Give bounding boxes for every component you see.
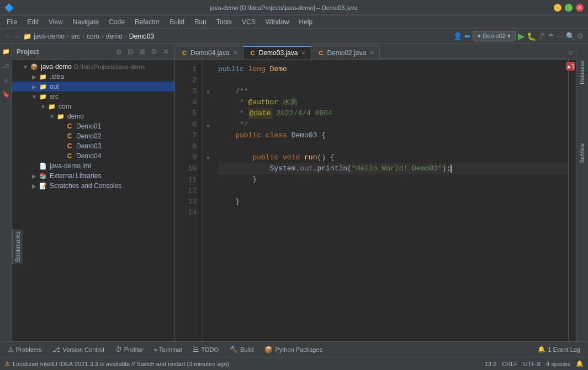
menu-navigate[interactable]: Navigate <box>68 17 103 27</box>
tree-com-folder[interactable]: ▼ 📁 com <box>12 101 174 111</box>
line-ending[interactable]: CRLF <box>502 361 518 367</box>
menu-help[interactable]: Help <box>294 17 317 27</box>
fold-icon-6[interactable]: ▲ <box>205 122 211 128</box>
structure-icon[interactable]: ≡ <box>1 75 11 85</box>
status-bar: ⚠ Localized IntelliJ IDEA 2021.3.3 is av… <box>0 357 588 370</box>
menu-file[interactable]: File <box>2 17 22 27</box>
nav-forward-icon[interactable]: → <box>14 32 21 40</box>
event-log-label: 1 Event Log <box>548 346 580 353</box>
project-settings-icon[interactable]: ⚙ <box>150 47 158 56</box>
sciview-label[interactable]: SciView <box>579 143 585 163</box>
menu-code[interactable]: Code <box>104 17 129 27</box>
breadcrumb: java-demo › src › com › demo › Demo03 <box>34 33 154 40</box>
indent-info[interactable]: 4 spaces <box>546 361 570 367</box>
more-run-options[interactable]: ⋯ <box>557 32 564 40</box>
tab-demo03-label: Demo03.java <box>259 49 298 57</box>
tree-scratches[interactable]: ▶ 📝 Scratches and Consoles <box>12 181 174 191</box>
tree-out-folder[interactable]: ▶ 📁 out <box>12 82 174 92</box>
menu-build[interactable]: Build <box>165 17 189 27</box>
tab-demo04-label: Demo04.java <box>190 49 230 57</box>
debug-button[interactable]: 🐛 <box>527 32 536 41</box>
coverage-button[interactable]: ☂ <box>548 32 554 40</box>
search-everywhere-button[interactable]: 🔍 <box>566 32 575 40</box>
run-button[interactable]: ▶ <box>518 31 525 41</box>
event-log-icon: 🔔 <box>538 346 545 353</box>
database-label[interactable]: Database <box>579 61 585 84</box>
code-line-2 <box>218 75 568 86</box>
editor-content[interactable]: 1 2 3 4 5 6 7 8 9 10 11 12 13 14 ▼ <box>175 60 576 341</box>
add-to-project-icon[interactable]: ⊕ <box>115 47 123 56</box>
tab-demo04-close[interactable]: ✕ <box>233 50 237 56</box>
tab-demo03[interactable]: C Demo03.java ✕ <box>243 46 312 59</box>
menu-view[interactable]: View <box>44 17 67 27</box>
menu-refactor[interactable]: Refactor <box>130 17 164 27</box>
profile-run-button[interactable]: ⏱ <box>538 32 545 40</box>
terminal-tool[interactable]: ▪ Terminal <box>150 344 187 355</box>
close-button[interactable]: ✕ <box>576 4 584 12</box>
todo-tool[interactable]: ☰ TODO <box>188 344 223 355</box>
code-editor[interactable]: public long Demo /** * @author 水滴 * @dat… <box>214 60 568 341</box>
tree-src-folder[interactable]: ▼ 📁 src <box>12 92 174 101</box>
tree-root-java-demo[interactable]: ▼ 📦 java-demo D:\IdeaProjects\java-demo <box>12 62 174 72</box>
breadcrumb-demo[interactable]: demo <box>106 33 123 40</box>
tab-demo02[interactable]: C Demo02.java ✕ <box>311 46 380 59</box>
gutter-12 <box>203 185 214 196</box>
breadcrumb-java-demo[interactable]: java-demo <box>34 33 65 40</box>
menu-vcs[interactable]: VCS <box>237 17 260 27</box>
python-packages-tool[interactable]: 📦 Python Packages <box>260 344 327 355</box>
breadcrumb-demo03[interactable]: Demo03 <box>129 33 154 40</box>
tree-demo03-file[interactable]: C Demo03 <box>12 141 174 151</box>
bookmarks-label[interactable]: Bookmarks <box>12 229 23 264</box>
fold-icon-9[interactable]: ▼ <box>205 155 211 161</box>
error-stripe: ▲1 <box>568 60 576 341</box>
tree-demo01-file[interactable]: C Demo01 <box>12 121 174 131</box>
title-left: 🔷 <box>4 3 14 12</box>
commit-icon[interactable]: ⎇ <box>1 61 11 71</box>
version-control-tool[interactable]: ⎇ Version Control <box>48 344 108 355</box>
problems-label: Problems <box>16 346 41 353</box>
collapse-all-icon[interactable]: ⊟ <box>126 47 135 56</box>
notifications-icon[interactable]: 🔔 <box>576 360 584 367</box>
minimize-button[interactable]: – <box>554 4 561 12</box>
tab-demo04[interactable]: C Demo04.java ✕ <box>175 46 243 59</box>
tree-demo02-file[interactable]: C Demo02 <box>12 131 174 141</box>
tree-demo-folder[interactable]: ▼ 📁 demo <box>12 111 174 121</box>
tree-idea-folder[interactable]: ▶ 📁 .idea <box>12 72 174 82</box>
breadcrumb-com[interactable]: com <box>87 33 99 40</box>
profile-icon[interactable]: 👤 <box>453 32 462 40</box>
vcs-back-icon[interactable]: ⬅ <box>464 32 470 40</box>
breadcrumb-src[interactable]: src <box>71 33 80 40</box>
warning-icon: ⚠ <box>4 360 10 368</box>
project-tool-icon[interactable]: 📁 <box>1 46 11 56</box>
bookmarks-icon[interactable]: 🔖 <box>1 89 11 99</box>
run-config-button[interactable]: ▾ Demo02 ▾ <box>473 31 516 41</box>
fold-icon-3[interactable]: ▼ <box>205 89 211 95</box>
tab-demo03-close[interactable]: ✕ <box>301 50 305 56</box>
encoding[interactable]: UTF-8 <box>523 361 541 367</box>
problems-tool[interactable]: ⚠ Problems <box>3 344 46 355</box>
cursor-position[interactable]: 13:2 <box>485 361 496 367</box>
maximize-button[interactable]: □ <box>565 4 573 12</box>
expand-collapse-icon[interactable]: ⊠ <box>138 47 146 56</box>
status-message[interactable]: Localized IntelliJ IDEA 2021.3.3 is avai… <box>13 361 483 367</box>
settings-button[interactable]: ⚙ <box>577 32 584 40</box>
nav-back-icon[interactable]: ← <box>4 32 12 40</box>
gutter-9: ▼ <box>203 152 214 163</box>
build-tool[interactable]: 🔨 Build <box>225 344 258 355</box>
tree-external-libraries[interactable]: ▶ 📚 External Libraries <box>12 171 174 181</box>
menu-run[interactable]: Run <box>190 17 211 27</box>
profiler-tool[interactable]: ⏱ Profiler <box>111 344 148 355</box>
menu-edit[interactable]: Edit <box>23 17 43 27</box>
tree-iml-file[interactable]: 📄 java-demo.iml <box>12 161 174 171</box>
menu-window[interactable]: Window <box>261 17 294 27</box>
tab-demo02-close[interactable]: ✕ <box>369 50 374 56</box>
line-6: 6 <box>175 119 197 130</box>
status-right: 13:2 CRLF UTF-8 4 spaces 🔔 <box>485 360 584 367</box>
project-close-icon[interactable]: ✕ <box>162 47 170 56</box>
menu-tools[interactable]: Tools <box>212 17 236 27</box>
main-area: 📁 ⎇ ≡ 🔖 Bookmarks Project ⊕ ⊟ ⊠ ⚙ ✕ ▼ 📦 … <box>0 44 588 341</box>
tab-menu-button[interactable]: ≡ <box>565 47 576 59</box>
tree-demo04-file[interactable]: C Demo04 <box>12 151 174 161</box>
event-log-tool[interactable]: 🔔 1 Event Log <box>533 344 585 355</box>
gutter-14 <box>203 207 214 218</box>
